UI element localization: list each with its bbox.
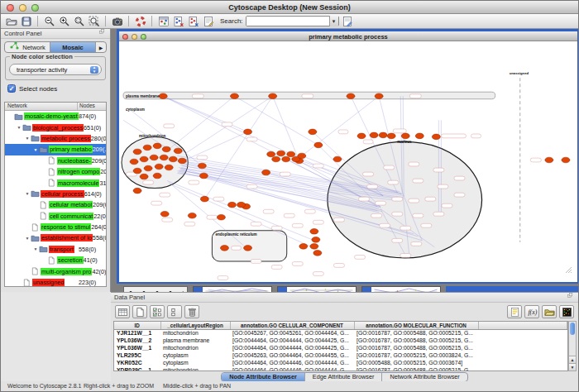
select-nodes-checkbox[interactable]: ✓ xyxy=(7,84,16,93)
tab-network-attribute-browser[interactable]: Network Attribute Browser xyxy=(382,373,467,381)
graph-node[interactable] xyxy=(357,133,366,139)
graph-node[interactable] xyxy=(298,153,306,159)
graph-node[interactable] xyxy=(379,132,387,138)
table-cell[interactable]: cytoplasm xyxy=(160,351,230,359)
tree-item-cellular-metabol[interactable]: cellular metabol209(0) xyxy=(5,199,106,210)
graph-node[interactable] xyxy=(188,213,196,218)
scroll-down-arrow[interactable]: ▼ xyxy=(569,363,576,370)
table-row[interactable]: YPL036W__2plasma membrane[GO:0044464, GO… xyxy=(114,337,567,344)
graph-node[interactable] xyxy=(277,151,285,156)
graph-node[interactable] xyxy=(133,188,141,194)
table-cell[interactable]: plasma membrane xyxy=(160,337,230,344)
help-lifering-icon[interactable] xyxy=(134,15,146,27)
tree-column-nodes[interactable]: Nodes xyxy=(78,103,106,110)
graph-node[interactable] xyxy=(310,228,318,234)
tree-item-macromolecule[interactable]: macromolecule311(0) xyxy=(5,177,106,188)
network-graph[interactable]: plasma membranecytoplasmmitochondrionnuc… xyxy=(119,41,577,282)
table-cell[interactable]: cytoplasm xyxy=(160,359,230,366)
tree-item-establishment-of-lo[interactable]: ▼establishment of lo558(0) xyxy=(5,232,106,243)
graph-node[interactable] xyxy=(287,151,295,157)
graph-node[interactable] xyxy=(269,93,277,99)
graph-node[interactable] xyxy=(159,93,167,99)
graph-node[interactable] xyxy=(150,155,158,160)
graph-node[interactable] xyxy=(162,146,170,152)
table-cell[interactable]: mitochondrion xyxy=(160,344,230,351)
table-row[interactable]: YLR295Ccytoplasm[GO:0045263, GO:0044464,… xyxy=(114,351,567,359)
background-window-fragment[interactable] xyxy=(123,286,188,292)
background-window-fragment[interactable] xyxy=(193,286,272,292)
graph-node[interactable] xyxy=(198,163,206,169)
table-row[interactable]: YJR121W__1mitochondrion[GO:0045267, GO:0… xyxy=(114,329,567,337)
graph-node[interactable] xyxy=(244,246,252,251)
graph-node[interactable] xyxy=(200,196,208,202)
table-cell[interactable]: YJR121W__1 xyxy=(114,329,160,337)
graph-node[interactable] xyxy=(310,244,318,250)
graph-node[interactable] xyxy=(144,165,152,171)
graph-node[interactable] xyxy=(227,202,236,208)
graph-node[interactable] xyxy=(401,133,409,139)
table-cell[interactable]: [GO:0016787, GO:0005488, GO:0005215, G..… xyxy=(354,344,478,351)
new-attribute-icon[interactable] xyxy=(132,305,147,318)
table-cell[interactable]: [GO:0044464, GO:0044444, GO:0044425, G..… xyxy=(230,344,354,351)
tree-item-unassigned[interactable]: unassigned223(0) xyxy=(5,277,106,287)
table-cell[interactable]: mitochondrion xyxy=(160,329,230,337)
table-cell[interactable]: [GO:0016787, GO:0005488, GO:0005215, G..… xyxy=(354,337,478,344)
unselect-attributes-icon[interactable] xyxy=(167,305,182,318)
tab-network[interactable]: Network xyxy=(5,42,50,52)
graph-node[interactable] xyxy=(130,159,138,165)
float-panel-icon[interactable] xyxy=(99,29,107,38)
expander-icon[interactable]: ▼ xyxy=(24,236,31,241)
table-cell[interactable] xyxy=(478,351,567,359)
zoom-in-icon[interactable] xyxy=(58,15,70,27)
table-cell[interactable] xyxy=(478,359,567,366)
graph-node[interactable] xyxy=(220,246,228,251)
background-window-fragment[interactable] xyxy=(361,286,441,292)
node-color-dropdown[interactable]: transporter activity ▲▼ xyxy=(9,64,102,75)
table-cell[interactable]: [GO:0045263, GO:0044464, GO:0044455, G..… xyxy=(230,351,354,359)
report-icon[interactable] xyxy=(507,305,522,318)
graph-node[interactable] xyxy=(347,93,355,99)
tree-item-response-to-stimul[interactable]: response to stimul264(0) xyxy=(5,222,106,232)
zoom-fit-icon[interactable] xyxy=(88,15,100,27)
table-cell[interactable] xyxy=(478,344,567,351)
graph-node[interactable] xyxy=(160,211,169,217)
graph-node[interactable] xyxy=(143,145,151,151)
graph-node[interactable] xyxy=(244,129,252,135)
graph-node[interactable] xyxy=(155,164,163,170)
table-cell[interactable]: [GO:0045267, GO:0045261, GO:0044464, G..… xyxy=(230,329,354,337)
table-cell[interactable]: YLR295C xyxy=(114,351,160,359)
graph-node[interactable] xyxy=(133,168,141,174)
tree-item-mosaic-demo-yeast[interactable]: mosaic-demo-yeast874(0) xyxy=(5,111,106,122)
table-cell[interactable]: [GO:0005488, GO:0005215, GO:0003674] xyxy=(354,359,478,366)
tab-overflow-arrow[interactable]: ▶ xyxy=(96,42,106,52)
zoom-out-icon[interactable] xyxy=(43,15,55,27)
zoom-selected-icon[interactable] xyxy=(73,15,85,27)
float-panel-icon[interactable] xyxy=(567,293,575,302)
expander-icon[interactable]: ▼ xyxy=(16,125,22,130)
select-attributes-icon[interactable] xyxy=(150,305,165,318)
delete-attribute-icon[interactable] xyxy=(184,305,199,318)
expander-icon[interactable]: ▼ xyxy=(24,136,31,141)
edit-network-add-icon[interactable] xyxy=(172,15,184,27)
search-options-icon[interactable] xyxy=(342,15,354,27)
graph-node[interactable] xyxy=(387,133,395,139)
tree-item-metabolic-process[interactable]: ▼metabolic process280(0) xyxy=(5,133,106,144)
tab-node-attribute-browser[interactable]: Node Attribute Browser xyxy=(222,373,305,381)
expander-icon[interactable]: ▼ xyxy=(32,246,39,251)
graph-node[interactable] xyxy=(217,214,225,220)
graph-node[interactable] xyxy=(375,93,383,99)
search-dropdown-arrow[interactable]: ▼ xyxy=(329,16,338,26)
tree-item-multi-organism-pro[interactable]: multi-organism pro42(0) xyxy=(5,265,106,276)
graph-node[interactable] xyxy=(262,170,270,175)
annotate-icon[interactable] xyxy=(202,15,214,27)
graph-node[interactable] xyxy=(267,151,275,157)
table-scrollbar[interactable]: ▲ ▼ xyxy=(568,321,577,371)
expander-icon[interactable]: ▼ xyxy=(32,147,39,152)
tree-item-nitrogen-compo[interactable]: nitrogen compo209(0) xyxy=(5,166,106,177)
tree-item-cellular-process[interactable]: ▼cellular process614(0) xyxy=(5,189,106,199)
graph-node[interactable] xyxy=(299,244,308,250)
table-header-cell[interactable]: _cellularLayoutRegion xyxy=(160,322,230,329)
table-cell[interactable]: YPL036W__1 xyxy=(114,344,160,351)
graph-node[interactable] xyxy=(370,132,378,138)
graph-node[interactable] xyxy=(174,148,182,154)
